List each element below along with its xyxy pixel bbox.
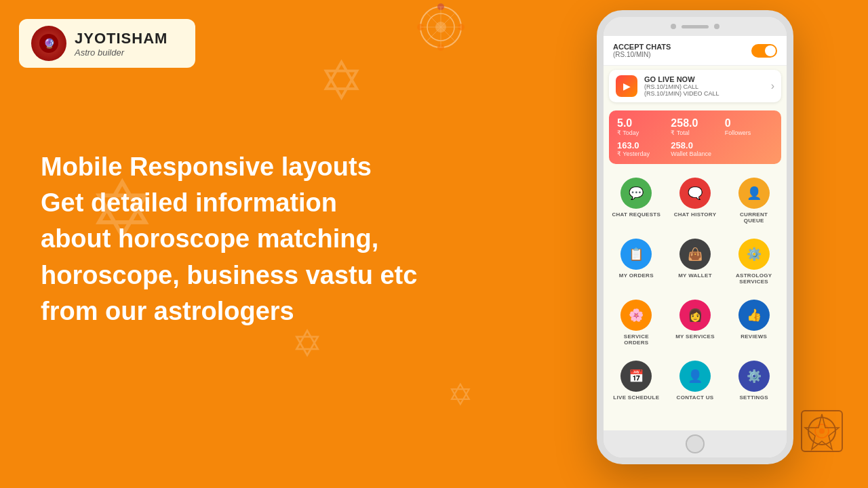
menu-icon-9: 📅 <box>620 361 652 392</box>
menu-grid: 💬 CHAT REQUESTS 🗨️ CHAT HISTORY 👤 CURREN… <box>604 168 787 410</box>
menu-item-contact-us[interactable]: 👤 CONTACT US <box>668 355 723 406</box>
stat-yesterday: 163.0 ₹ Yesterday <box>617 140 665 157</box>
menu-label-1: CHAT HISTORY <box>674 211 717 218</box>
go-live-text: GO LIVE NOW (RS.10/1MIN) CALL (RS.10/1MI… <box>644 75 764 97</box>
menu-icon-7: 👩 <box>679 300 711 331</box>
menu-label-6: SERVICE ORDERS <box>612 333 661 346</box>
marketing-text: Mobile Responsive layouts Get detailed i… <box>41 149 417 329</box>
stat-empty <box>725 140 773 157</box>
accept-chats-text: ACCEPT CHATS (RS.10/MIN) <box>613 43 671 58</box>
accept-chats-rate: (RS.10/MIN) <box>613 51 671 58</box>
menu-icon-11: ⚙️ <box>738 361 770 392</box>
logo-text: JYOTISHAM Astro builder <box>75 30 167 58</box>
bg-star-1: ✡ <box>319 54 364 108</box>
menu-icon-2: 👤 <box>738 178 770 209</box>
menu-item-my-orders[interactable]: 📋 MY ORDERS <box>609 233 664 290</box>
stat-followers-value: 0 <box>725 117 773 129</box>
logo-icon: 🔮 <box>31 26 66 61</box>
menu-item-chat-history[interactable]: 🗨️ CHAT HISTORY <box>668 172 723 229</box>
go-live-arrow-icon: › <box>771 80 774 92</box>
stat-total-value: 258.0 <box>671 117 719 129</box>
menu-icon-4: 👜 <box>679 239 711 270</box>
phone-bottom <box>604 430 787 458</box>
phone-screen: ACCEPT CHATS (RS.10/MIN) ▶ GO LIVE NOW (… <box>604 36 787 430</box>
menu-item-astrology-services[interactable]: ⚙️ ASTROLOGY SERVICES <box>726 233 781 290</box>
live-icon-symbol: ▶ <box>623 81 631 92</box>
bg-star-4: ✡ <box>448 380 473 410</box>
menu-item-reviews[interactable]: 👍 REVIEWS <box>726 294 781 351</box>
menu-item-my-wallet[interactable]: 👜 MY WALLET <box>668 233 723 290</box>
menu-icon-3: 📋 <box>620 239 652 270</box>
menu-item-service-orders[interactable]: 🌸 SERVICE ORDERS <box>609 294 664 351</box>
go-live-title: GO LIVE NOW <box>644 75 764 83</box>
logo-subtitle: Astro builder <box>75 47 167 58</box>
logo-container: 🔮 JYOTISHAM Astro builder <box>19 19 195 68</box>
left-content: Mobile Responsive layouts Get detailed i… <box>41 149 417 329</box>
phone-speaker <box>682 25 709 28</box>
stat-total-label: ₹ Total <box>671 129 719 136</box>
stat-yesterday-label: ₹ Yesterday <box>617 150 665 157</box>
menu-item-chat-requests[interactable]: 💬 CHAT REQUESTS <box>609 172 664 229</box>
bg-star-3: ✡ <box>292 325 323 363</box>
go-live-icon: ▶ <box>616 75 637 97</box>
menu-item-settings[interactable]: ⚙️ SETTINGS <box>726 355 781 406</box>
top-mandala-decoration <box>407 0 475 64</box>
accept-chats-toggle[interactable] <box>751 44 777 58</box>
bottom-right-mandala <box>795 404 849 461</box>
svg-text:🔮: 🔮 <box>43 38 56 49</box>
stat-followers: 0 Followers <box>725 117 773 136</box>
stat-yesterday-value: 163.0 <box>617 140 665 150</box>
menu-icon-5: ⚙️ <box>738 239 770 270</box>
stat-today-label: ₹ Today <box>617 129 665 136</box>
go-live-rate1: (RS.10/1MIN) CALL <box>644 83 764 90</box>
accept-chats-section: ACCEPT CHATS (RS.10/MIN) <box>604 36 787 66</box>
go-live-banner[interactable]: ▶ GO LIVE NOW (RS.10/1MIN) CALL (RS.10/1… <box>609 70 781 102</box>
menu-label-5: ASTROLOGY SERVICES <box>729 272 778 285</box>
menu-label-2: CURRENT QUEUE <box>729 211 778 224</box>
menu-label-10: CONTACT US <box>677 394 714 401</box>
menu-label-4: MY WALLET <box>678 272 712 279</box>
menu-icon-6: 🌸 <box>620 300 652 331</box>
menu-label-11: SETTINGS <box>739 394 768 401</box>
menu-icon-1: 🗨️ <box>679 178 711 209</box>
menu-item-live-schedule[interactable]: 📅 LIVE SCHEDULE <box>609 355 664 406</box>
logo-title: JYOTISHAM <box>75 30 167 47</box>
menu-item-my-services[interactable]: 👩 MY SERVICES <box>668 294 723 351</box>
menu-label-7: MY SERVICES <box>675 333 715 340</box>
stat-wallet-label: Wallet Balance <box>671 150 719 157</box>
go-live-rate2: (RS.10/1MIN) VIDEO CALL <box>644 90 764 97</box>
accept-chats-title: ACCEPT CHATS <box>613 43 671 51</box>
stat-total: 258.0 ₹ Total <box>671 117 719 136</box>
menu-label-3: MY ORDERS <box>619 272 654 279</box>
menu-label-8: REVIEWS <box>741 333 767 340</box>
menu-item-current-queue[interactable]: 👤 CURRENT QUEUE <box>726 172 781 229</box>
svg-point-15 <box>819 428 825 434</box>
menu-icon-0: 💬 <box>620 178 652 209</box>
menu-icon-8: 👍 <box>738 300 770 331</box>
menu-label-9: LIVE SCHEDULE <box>613 394 659 401</box>
menu-label-0: CHAT REQUESTS <box>612 211 660 218</box>
stat-today: 5.0 ₹ Today <box>617 117 665 136</box>
stat-wallet: 258.0 Wallet Balance <box>671 140 719 157</box>
stat-wallet-value: 258.0 <box>671 140 719 150</box>
stat-followers-label: Followers <box>725 129 773 136</box>
phone-camera <box>671 24 676 29</box>
phone-mockup: ACCEPT CHATS (RS.10/MIN) ▶ GO LIVE NOW (… <box>597 10 793 464</box>
stat-today-value: 5.0 <box>617 117 665 129</box>
phone-camera-2 <box>714 24 719 29</box>
stats-card: 5.0 ₹ Today 258.0 ₹ Total 0 Followers 16… <box>609 110 781 164</box>
menu-icon-10: 👤 <box>679 361 711 392</box>
phone-top-bar <box>604 17 787 36</box>
phone-home-button[interactable] <box>686 434 705 453</box>
